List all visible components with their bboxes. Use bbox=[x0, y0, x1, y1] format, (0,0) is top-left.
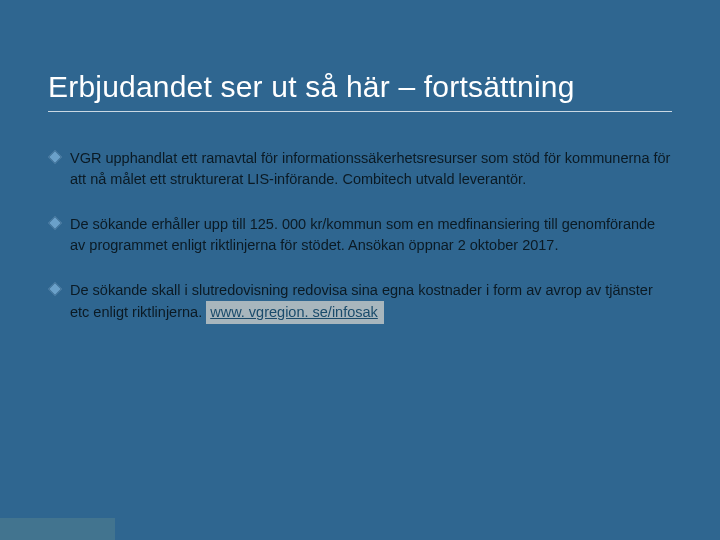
list-item: VGR upphandlat ett ramavtal för informat… bbox=[48, 148, 672, 190]
slide-title: Erbjudandet ser ut så här – fortsättning bbox=[48, 70, 672, 105]
diamond-bullet-icon bbox=[48, 281, 62, 295]
bullet-text: De sökande erhåller upp till 125. 000 kr… bbox=[70, 216, 655, 253]
list-item: De sökande skall i slutredovisning redov… bbox=[48, 280, 672, 324]
title-underline bbox=[48, 111, 672, 112]
bullet-list: VGR upphandlat ett ramavtal för informat… bbox=[48, 148, 672, 324]
bullet-text: VGR upphandlat ett ramavtal för informat… bbox=[70, 150, 670, 187]
diamond-bullet-icon bbox=[48, 149, 62, 163]
slide-container: Erbjudandet ser ut så här – fortsättning… bbox=[0, 0, 720, 540]
list-item: De sökande erhåller upp till 125. 000 kr… bbox=[48, 214, 672, 256]
diamond-bullet-icon bbox=[48, 215, 62, 229]
info-link[interactable]: www. vgregion. se/infosak bbox=[206, 301, 384, 324]
footer-accent bbox=[0, 518, 115, 540]
